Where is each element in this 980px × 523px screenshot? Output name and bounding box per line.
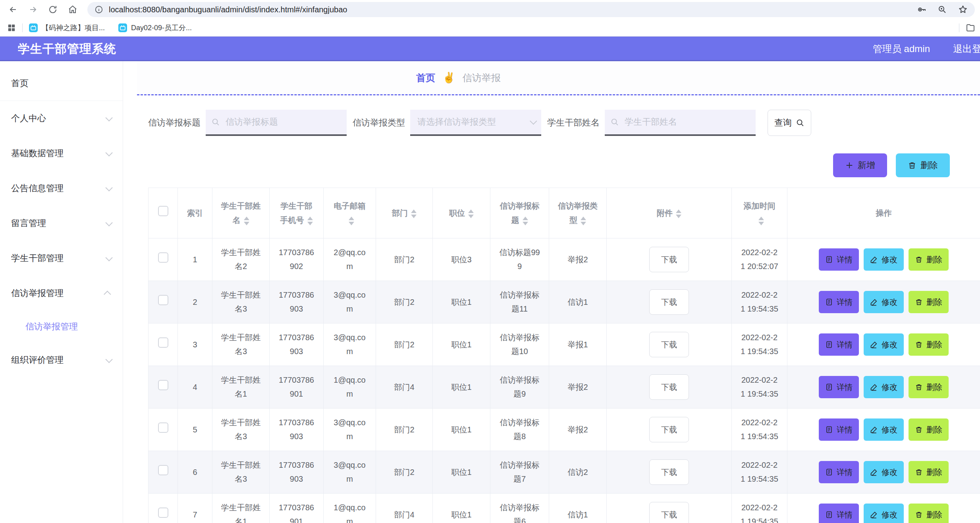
batch-delete-button[interactable]: 删除: [896, 153, 950, 177]
bookmark-item[interactable]: Day02-09-员工分...: [118, 23, 192, 33]
zoom-icon[interactable]: [938, 5, 947, 14]
select-all-checkbox[interactable]: [158, 206, 168, 216]
edit-button[interactable]: 修改: [864, 248, 904, 271]
detail-button[interactable]: 详情: [819, 461, 859, 483]
sort-arrows-icon[interactable]: [244, 217, 249, 225]
type-select[interactable]: 请选择信访举报类型: [410, 110, 541, 136]
row-checkbox[interactable]: [158, 465, 168, 475]
url-text[interactable]: localhost:8080/banganbuguanli/admin/dist…: [109, 5, 347, 14]
forward-icon[interactable]: [28, 4, 38, 15]
column-header[interactable]: 添加时间: [732, 188, 787, 238]
download-button[interactable]: 下载: [649, 502, 689, 523]
detail-button[interactable]: 详情: [819, 376, 859, 398]
row-select-cell: [149, 494, 178, 523]
row-checkbox[interactable]: [158, 337, 168, 348]
column-header[interactable]: 电子邮箱: [324, 188, 376, 238]
search-button-label: 查询: [774, 117, 792, 129]
title-search-input[interactable]: [206, 110, 347, 134]
home-icon[interactable]: [68, 4, 78, 15]
edit-button[interactable]: 修改: [864, 504, 904, 523]
apps-grid-icon[interactable]: [7, 23, 16, 32]
sidebar-item[interactable]: 组织评价管理: [0, 343, 123, 378]
document-icon: [825, 256, 833, 263]
detail-button[interactable]: 详情: [819, 418, 859, 441]
url-bar[interactable]: localhost:8080/banganbuguanli/admin/dist…: [87, 2, 975, 17]
detail-button[interactable]: 详情: [819, 248, 859, 271]
row-checkbox[interactable]: [158, 508, 168, 518]
other-bookmarks-folder-icon[interactable]: [966, 23, 975, 33]
sort-arrows-icon[interactable]: [581, 217, 586, 225]
breadcrumb-home-link[interactable]: 首页: [416, 72, 435, 84]
sidebar-item[interactable]: 学生干部管理: [0, 241, 123, 276]
download-button[interactable]: 下载: [649, 459, 689, 485]
back-icon[interactable]: [8, 4, 18, 15]
position-cell: 职位3: [433, 238, 490, 281]
sidebar-item[interactable]: 基础数据管理: [0, 136, 123, 171]
download-button[interactable]: 下载: [649, 374, 689, 400]
sidebar-item[interactable]: 首页: [0, 66, 123, 101]
sort-arrows-icon[interactable]: [307, 217, 313, 225]
bookmarks-bar: 【码神之路】项目... Day02-09-员工分...: [0, 19, 980, 36]
action-button-label: 详情: [837, 297, 853, 308]
sort-arrows-icon[interactable]: [349, 217, 354, 225]
row-checkbox[interactable]: [158, 380, 168, 390]
delete-button[interactable]: 删除: [909, 461, 949, 483]
detail-button[interactable]: 详情: [819, 291, 859, 313]
attachment-cell: 下载: [607, 409, 732, 451]
download-button[interactable]: 下载: [649, 332, 689, 357]
delete-button[interactable]: 删除: [909, 291, 949, 313]
edit-button[interactable]: 修改: [864, 418, 904, 441]
action-button-label: 修改: [882, 424, 897, 435]
delete-button[interactable]: 删除: [909, 248, 949, 271]
refresh-icon[interactable]: [48, 4, 58, 15]
sort-arrows-icon[interactable]: [676, 209, 681, 218]
email-cell: 3@qq.com: [324, 281, 376, 323]
sort-arrows-icon[interactable]: [411, 209, 417, 218]
department-cell: 部门2: [376, 409, 433, 451]
edit-button[interactable]: 修改: [864, 333, 904, 356]
sort-arrows-icon[interactable]: [523, 217, 528, 225]
row-checkbox[interactable]: [158, 295, 168, 305]
column-header[interactable]: 部门: [376, 188, 433, 238]
delete-button[interactable]: 删除: [909, 418, 949, 441]
sidebar-item[interactable]: 留言管理: [0, 206, 123, 241]
detail-button[interactable]: 详情: [819, 333, 859, 356]
edit-button[interactable]: 修改: [864, 376, 904, 398]
download-button[interactable]: 下载: [649, 247, 689, 272]
department-cell: 部门2: [376, 451, 433, 494]
column-header[interactable]: 附件: [607, 188, 732, 238]
column-header[interactable]: 学生干部手机号: [270, 188, 324, 238]
column-header[interactable]: 信访举报标题: [490, 188, 549, 238]
column-header[interactable]: 学生干部姓名: [212, 188, 270, 238]
sort-arrows-icon[interactable]: [468, 209, 474, 218]
column-header[interactable]: 信访举报类型: [549, 188, 607, 238]
report-type-cell: 举报2: [549, 409, 607, 451]
delete-button[interactable]: 删除: [909, 504, 949, 523]
bookmark-star-icon[interactable]: [958, 5, 968, 14]
sort-arrows-icon[interactable]: [758, 217, 764, 225]
column-header[interactable]: 职位: [433, 188, 490, 238]
bookmark-item[interactable]: 【码神之路】项目...: [29, 23, 105, 33]
download-button[interactable]: 下载: [649, 289, 689, 315]
password-key-icon[interactable]: [917, 5, 926, 14]
delete-button[interactable]: 删除: [909, 333, 949, 356]
delete-button[interactable]: 删除: [909, 376, 949, 398]
detail-button[interactable]: 详情: [819, 504, 859, 523]
sidebar-item[interactable]: 公告信息管理: [0, 171, 123, 206]
logout-link[interactable]: 退出登录: [953, 43, 980, 55]
edit-button[interactable]: 修改: [864, 461, 904, 483]
download-button[interactable]: 下载: [649, 417, 689, 442]
table-row: 5学生干部姓名3177037869033@qq.com部门2职位1信访举报标题8…: [149, 409, 980, 451]
name-cell: 学生干部姓名1: [212, 494, 270, 523]
row-checkbox[interactable]: [158, 252, 168, 263]
search-button[interactable]: 查询: [768, 110, 811, 136]
sidebar-item[interactable]: 个人中心: [0, 101, 123, 136]
action-button-label: 删除: [926, 424, 942, 435]
add-button[interactable]: 新增: [833, 153, 887, 177]
info-icon[interactable]: [95, 5, 103, 14]
sidebar-item[interactable]: 信访举报管理: [0, 276, 123, 311]
edit-button[interactable]: 修改: [864, 291, 904, 313]
row-checkbox[interactable]: [158, 422, 168, 433]
name-search-input[interactable]: [605, 110, 756, 134]
sidebar-subitem[interactable]: 信访举报管理: [0, 311, 123, 343]
